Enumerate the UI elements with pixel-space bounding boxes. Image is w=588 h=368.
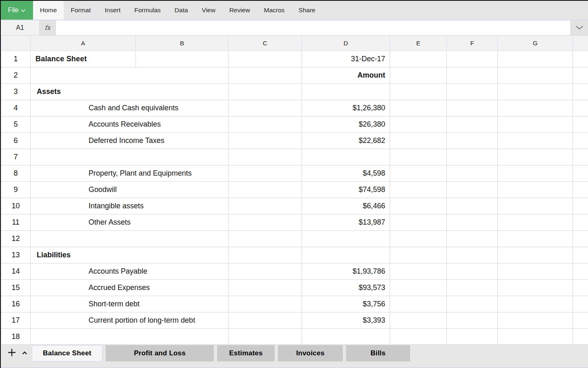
cell[interactable] xyxy=(229,279,302,296)
sheet-list-button[interactable] xyxy=(19,345,30,361)
cell[interactable] xyxy=(390,165,447,181)
cell[interactable] xyxy=(498,296,573,312)
column-header-g[interactable]: G xyxy=(498,36,573,51)
row-header[interactable]: 2 xyxy=(1,67,31,83)
cell[interactable] xyxy=(498,116,573,132)
cell[interactable] xyxy=(447,116,498,132)
column-header-d[interactable]: D xyxy=(302,36,390,51)
cell[interactable] xyxy=(229,51,302,67)
column-header-a[interactable]: A xyxy=(31,36,136,51)
cell[interactable] xyxy=(229,296,302,312)
row-header[interactable]: 12 xyxy=(1,230,31,247)
cell[interactable] xyxy=(447,149,498,165)
cell[interactable] xyxy=(573,132,588,149)
menu-item-format[interactable]: Format xyxy=(64,1,98,20)
cell[interactable] xyxy=(390,312,447,328)
cell[interactable] xyxy=(498,328,573,344)
cell[interactable]: $74,598 xyxy=(302,181,390,198)
cell[interactable] xyxy=(573,312,588,328)
row-header[interactable]: 10 xyxy=(1,198,31,214)
cell[interactable]: $26,380 xyxy=(302,116,390,132)
cell[interactable] xyxy=(302,328,390,344)
cell[interactable] xyxy=(447,83,498,100)
cell[interactable] xyxy=(390,149,447,165)
column-header-c[interactable]: C xyxy=(229,36,302,51)
corner-cell[interactable] xyxy=(1,36,31,51)
cell[interactable] xyxy=(498,247,573,263)
cell[interactable] xyxy=(447,67,498,83)
cell[interactable]: Accrued Expenses xyxy=(31,279,229,296)
cell[interactable]: $1,26,380 xyxy=(302,100,390,116)
cell[interactable] xyxy=(229,230,302,247)
fx-button[interactable]: fx xyxy=(40,20,56,35)
cell[interactable] xyxy=(498,67,573,83)
cell[interactable] xyxy=(573,181,588,198)
cell[interactable]: Short-term debt xyxy=(31,296,229,312)
cell[interactable] xyxy=(302,149,390,165)
row-header[interactable]: 15 xyxy=(1,279,31,296)
cell[interactable] xyxy=(390,214,447,230)
cell[interactable]: $4,598 xyxy=(302,165,390,181)
cell[interactable] xyxy=(447,312,498,328)
cell[interactable]: Property, Plant and Equipments xyxy=(31,165,229,181)
cell[interactable] xyxy=(447,328,498,344)
cell[interactable] xyxy=(447,51,498,67)
row-header[interactable]: 7 xyxy=(1,149,31,165)
cell[interactable] xyxy=(229,247,302,263)
cell[interactable] xyxy=(229,181,302,198)
cell[interactable] xyxy=(498,132,573,149)
cell[interactable] xyxy=(573,328,588,344)
cell[interactable] xyxy=(498,83,573,100)
cell[interactable] xyxy=(573,116,588,132)
cell[interactable]: Cash and Cash equivalents xyxy=(31,100,229,116)
cell[interactable] xyxy=(573,83,588,100)
cell[interactable]: $22,682 xyxy=(302,132,390,149)
cell[interactable] xyxy=(302,247,390,263)
cell[interactable] xyxy=(498,165,573,181)
column-header-e[interactable]: E xyxy=(390,36,447,51)
cell[interactable]: $3,756 xyxy=(302,296,390,312)
cell[interactable]: $13,987 xyxy=(302,214,390,230)
cell-amount-header[interactable]: Amount xyxy=(302,67,390,83)
row-header[interactable]: 9 xyxy=(1,181,31,198)
cell[interactable] xyxy=(498,230,573,247)
cell[interactable] xyxy=(573,67,588,83)
cell[interactable] xyxy=(447,165,498,181)
cell[interactable] xyxy=(573,165,588,181)
cell[interactable] xyxy=(302,83,390,100)
cell[interactable] xyxy=(447,181,498,198)
cell[interactable]: Intangible assets xyxy=(31,198,229,214)
cell-date[interactable]: 31-Dec-17 xyxy=(302,51,390,67)
cell[interactable]: $3,393 xyxy=(302,312,390,328)
cell-name-box[interactable]: A1 xyxy=(1,20,40,35)
cell[interactable] xyxy=(229,83,302,100)
add-sheet-button[interactable] xyxy=(5,345,19,361)
cell[interactable] xyxy=(447,100,498,116)
cell[interactable] xyxy=(447,263,498,279)
file-menu-button[interactable]: File xyxy=(1,1,33,20)
cell[interactable] xyxy=(498,214,573,230)
cell[interactable] xyxy=(229,100,302,116)
cell[interactable] xyxy=(229,263,302,279)
cell[interactable] xyxy=(447,198,498,214)
cell[interactable] xyxy=(573,279,588,296)
sheet-tab-balance-sheet[interactable]: Balance Sheet xyxy=(32,345,102,361)
row-header[interactable]: 16 xyxy=(1,296,31,312)
cell[interactable] xyxy=(390,100,447,116)
cell[interactable] xyxy=(136,51,229,67)
cell[interactable] xyxy=(447,230,498,247)
cell[interactable] xyxy=(229,149,302,165)
row-header[interactable]: 4 xyxy=(1,100,31,116)
cell[interactable] xyxy=(229,214,302,230)
menu-item-view[interactable]: View xyxy=(195,1,222,20)
cell[interactable] xyxy=(498,181,573,198)
row-header[interactable]: 18 xyxy=(1,328,31,344)
cell[interactable] xyxy=(31,230,229,247)
cell[interactable]: Accounts Payable xyxy=(31,263,229,279)
cell[interactable] xyxy=(390,51,447,67)
row-header[interactable]: 14 xyxy=(1,263,31,279)
cell[interactable] xyxy=(498,279,573,296)
row-header[interactable]: 3 xyxy=(1,83,31,100)
menu-item-data[interactable]: Data xyxy=(168,1,195,20)
row-header[interactable]: 17 xyxy=(1,312,31,328)
